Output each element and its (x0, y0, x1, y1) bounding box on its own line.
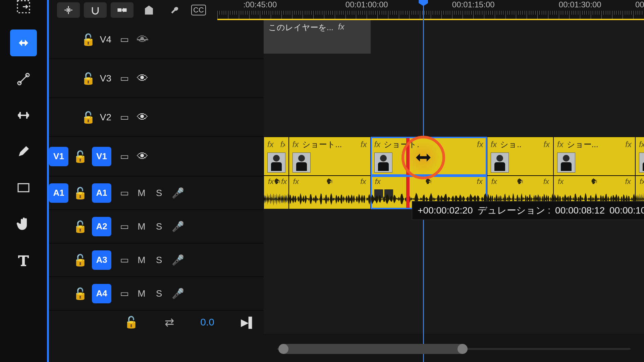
video-clip[interactable]: fxショート.fx (371, 137, 487, 176)
timeline-content[interactable]: このレイヤーを... fx fxfxfxショート...fxfxショート.fxfx… (264, 20, 644, 334)
clip-thumbnail (639, 153, 644, 173)
tooltip-d2: 00:00:10:04 (609, 205, 644, 216)
mute-button[interactable]: M (137, 288, 146, 299)
lock-icon[interactable]: 🔓 (73, 150, 87, 163)
video-clip[interactable]: fxショ..fx (487, 137, 553, 176)
fx-icon: fx (281, 177, 287, 186)
source-patch-a1[interactable]: A1 (49, 183, 68, 203)
fx-icon: fx (280, 140, 285, 149)
captions-button[interactable]: CC (191, 5, 206, 15)
time-ruler[interactable]: :00:45:0000:01:00:0000:01:15:0000:01:30:… (217, 0, 644, 20)
settings-button[interactable] (164, 2, 187, 18)
film-icon[interactable]: ▭ (120, 73, 129, 84)
clip-title: このレイヤーを... (268, 22, 333, 33)
voiceover-icon[interactable]: 🎤 (172, 254, 184, 266)
eye-icon[interactable]: 👁 (137, 72, 148, 85)
audio-icon[interactable]: ▭ (120, 288, 129, 299)
clip-title: ショート. (384, 139, 419, 150)
timeline-panel: CC :00:45:0000:01:00:0000:01:15:0000:01:… (47, 0, 644, 362)
track-target-a4[interactable]: A4 (92, 284, 111, 303)
eye-icon[interactable]: 👁 (137, 111, 148, 124)
lock-icon[interactable]: 🔓 (73, 186, 87, 200)
type-tool-icon[interactable] (10, 247, 37, 274)
lock-icon[interactable]: 🔓 (81, 33, 95, 46)
source-patch-v1[interactable]: V1 (49, 147, 68, 166)
track-label[interactable]: V2 (100, 112, 111, 123)
audio-icon[interactable]: ▭ (120, 254, 129, 265)
track-target-a3[interactable]: A3 (92, 250, 111, 270)
marker-button[interactable] (138, 2, 160, 18)
track-label[interactable]: V3 (100, 73, 111, 84)
tooltip-d1: 00:00:08:12 (555, 205, 605, 216)
track-target-a2[interactable]: A2 (92, 217, 111, 236)
lock-icon[interactable]: 🔓 (73, 253, 87, 267)
pen-tool-icon[interactable] (10, 138, 37, 165)
solo-button[interactable]: S (154, 255, 164, 265)
track-header-v1: V1 🔓 V1 ▭ 👁 (49, 137, 264, 176)
eye-icon[interactable]: 👁 (137, 150, 148, 163)
slip-tool-icon[interactable] (10, 29, 37, 56)
swap-icon[interactable]: ⇄ (165, 315, 174, 329)
snap-button[interactable] (84, 2, 107, 18)
linked-selection-button[interactable] (111, 2, 133, 18)
timeline-value[interactable]: 0.0 (200, 316, 214, 328)
hand-tool-icon[interactable] (10, 210, 37, 237)
svg-rect-3 (18, 184, 29, 192)
track-target-v1[interactable]: V1 (92, 147, 111, 166)
lock-icon[interactable]: 🔓 (73, 220, 87, 233)
film-icon[interactable]: ▭ (120, 112, 129, 123)
audio-clip[interactable]: fx🗣fx (264, 176, 289, 209)
skip-icon[interactable]: ▶▌ (241, 316, 256, 328)
voice-icon: 🗣 (425, 177, 432, 186)
ruler-time-label: 00 (635, 0, 644, 9)
slip-tooltip: +00:00:02:20 デュレーション : 00:00:08:12 00:00… (412, 201, 644, 220)
audio-icon[interactable]: ▭ (120, 187, 129, 198)
fx-icon: fx (375, 177, 381, 186)
fx-icon: fx (557, 140, 564, 149)
mute-button[interactable]: M (137, 255, 146, 265)
solo-button[interactable]: S (154, 188, 164, 198)
slide-tool-icon[interactable] (10, 102, 37, 129)
clip-thumbnail (491, 153, 509, 173)
voiceover-icon[interactable]: 🎤 (172, 221, 184, 232)
ruler-time-label: 00:01:00:00 (345, 0, 388, 9)
lock-icon[interactable]: 🔓 (81, 72, 95, 85)
voiceover-icon[interactable]: 🎤 (172, 187, 184, 199)
voiceover-icon[interactable]: 🎤 (172, 288, 184, 299)
video-clip[interactable]: fxショート...fx (289, 137, 371, 176)
fx-icon: fx (293, 177, 299, 186)
clip-v4[interactable]: このレイヤーを... fx (264, 20, 371, 54)
solo-button[interactable]: S (154, 221, 164, 232)
fx-icon: fx (543, 140, 550, 149)
video-clip[interactable]: fxfx (264, 137, 289, 176)
svg-rect-4 (117, 8, 121, 12)
audio-icon[interactable]: ▭ (120, 221, 129, 232)
video-clip[interactable]: fxショー...fx (553, 137, 635, 176)
ruler-time-label: 00:01:30:00 (559, 0, 601, 9)
fx-icon: fx (639, 140, 644, 149)
track-header-a3: 🔓 A3 ▭ M S 🎤 (49, 243, 264, 277)
track-target-a1[interactable]: A1 (92, 183, 111, 203)
track-label[interactable]: V4 (100, 34, 111, 45)
razor-tool-icon[interactable] (10, 66, 37, 93)
zoom-slider[interactable] (279, 344, 467, 354)
track-header-v4: 🔓 V4 ▭ 👁 (49, 20, 264, 59)
film-icon[interactable]: ▭ (120, 151, 129, 162)
mute-button[interactable]: M (137, 188, 146, 198)
rectangle-tool-icon[interactable] (10, 174, 37, 201)
insert-button[interactable] (57, 2, 80, 18)
film-icon[interactable]: ▭ (120, 34, 129, 45)
eye-off-icon[interactable]: 👁 (137, 33, 148, 46)
fx-icon: fx (543, 177, 549, 186)
track-header-v2: 🔓 V2 ▭ 👁 (49, 98, 264, 137)
audio-clip[interactable]: fx🗣fx (289, 176, 371, 209)
lock-icon[interactable]: 🔓 (81, 111, 95, 124)
solo-button[interactable]: S (154, 288, 164, 299)
video-clip[interactable]: fxfx (635, 137, 644, 176)
ripple-edit-tool-icon[interactable] (10, 0, 37, 20)
fx-icon: fx (268, 177, 274, 186)
fx-icon: fx (625, 140, 632, 149)
lock-icon[interactable]: 🔓 (124, 315, 138, 329)
lock-icon[interactable]: 🔓 (73, 287, 87, 300)
mute-button[interactable]: M (137, 221, 146, 232)
